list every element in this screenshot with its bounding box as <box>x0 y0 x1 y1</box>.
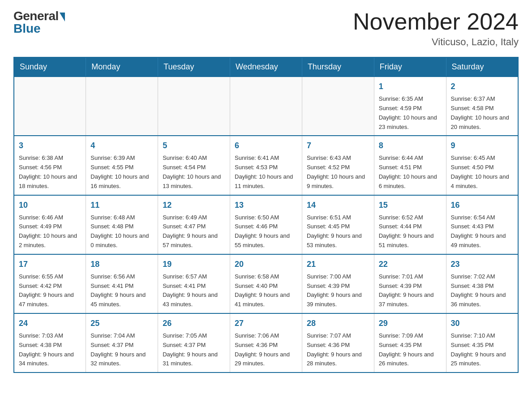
calendar-header-cell: Monday <box>86 57 158 77</box>
day-info: Sunrise: 6:49 AM Sunset: 4:47 PM Dayligh… <box>163 213 225 250</box>
calendar-day-cell: 24Sunrise: 7:03 AM Sunset: 4:38 PM Dayli… <box>14 313 86 372</box>
day-info: Sunrise: 6:56 AM Sunset: 4:41 PM Dayligh… <box>90 272 153 309</box>
day-number: 7 <box>307 140 369 152</box>
day-number: 29 <box>379 317 442 330</box>
day-number: 4 <box>90 140 153 152</box>
day-number: 28 <box>307 317 369 330</box>
day-number: 3 <box>19 140 81 152</box>
day-info: Sunrise: 7:01 AM Sunset: 4:39 PM Dayligh… <box>379 272 442 309</box>
day-info: Sunrise: 7:07 AM Sunset: 4:36 PM Dayligh… <box>307 331 369 368</box>
calendar-day-cell: 12Sunrise: 6:49 AM Sunset: 4:47 PM Dayli… <box>158 195 230 254</box>
day-info: Sunrise: 6:58 AM Sunset: 4:40 PM Dayligh… <box>235 272 297 309</box>
day-info: Sunrise: 6:40 AM Sunset: 4:54 PM Dayligh… <box>163 154 225 191</box>
day-info: Sunrise: 7:00 AM Sunset: 4:39 PM Dayligh… <box>307 272 369 309</box>
day-number: 13 <box>235 199 297 211</box>
location-text: Viticuso, Lazio, Italy <box>353 36 519 48</box>
day-info: Sunrise: 6:52 AM Sunset: 4:44 PM Dayligh… <box>379 213 442 250</box>
calendar-header-cell: Friday <box>374 57 446 77</box>
calendar-header: SundayMondayTuesdayWednesdayThursdayFrid… <box>14 57 518 77</box>
day-info: Sunrise: 7:04 AM Sunset: 4:37 PM Dayligh… <box>90 331 153 368</box>
calendar-header-row: SundayMondayTuesdayWednesdayThursdayFrid… <box>14 57 518 77</box>
day-number: 6 <box>235 140 297 152</box>
day-info: Sunrise: 6:43 AM Sunset: 4:52 PM Dayligh… <box>307 154 369 191</box>
title-block: November 2024 Viticuso, Lazio, Italy <box>353 9 519 48</box>
day-info: Sunrise: 7:09 AM Sunset: 4:35 PM Dayligh… <box>379 331 442 368</box>
day-number: 17 <box>19 258 81 270</box>
day-number: 11 <box>90 199 153 211</box>
calendar-day-cell <box>302 77 374 136</box>
day-info: Sunrise: 6:37 AM Sunset: 4:58 PM Dayligh… <box>451 94 513 132</box>
day-info: Sunrise: 7:06 AM Sunset: 4:36 PM Dayligh… <box>235 331 297 368</box>
calendar-day-cell: 7Sunrise: 6:43 AM Sunset: 4:52 PM Daylig… <box>302 136 374 195</box>
calendar-header-cell: Wednesday <box>230 57 302 77</box>
calendar-day-cell: 21Sunrise: 7:00 AM Sunset: 4:39 PM Dayli… <box>302 254 374 313</box>
day-info: Sunrise: 7:10 AM Sunset: 4:35 PM Dayligh… <box>451 331 513 368</box>
day-number: 20 <box>235 258 297 270</box>
calendar-day-cell: 30Sunrise: 7:10 AM Sunset: 4:35 PM Dayli… <box>446 313 518 372</box>
calendar-header-cell: Saturday <box>446 57 518 77</box>
day-info: Sunrise: 6:45 AM Sunset: 4:50 PM Dayligh… <box>451 154 513 191</box>
day-number: 1 <box>379 81 442 93</box>
day-number: 30 <box>451 317 513 330</box>
day-number: 26 <box>163 317 225 330</box>
calendar-day-cell <box>14 77 86 136</box>
calendar-day-cell: 15Sunrise: 6:52 AM Sunset: 4:44 PM Dayli… <box>374 195 446 254</box>
day-number: 19 <box>163 258 225 270</box>
month-title: November 2024 <box>353 9 519 34</box>
day-number: 15 <box>379 199 442 211</box>
calendar-day-cell: 16Sunrise: 6:54 AM Sunset: 4:43 PM Dayli… <box>446 195 518 254</box>
calendar-day-cell <box>86 77 158 136</box>
day-info: Sunrise: 6:38 AM Sunset: 4:56 PM Dayligh… <box>19 154 81 191</box>
day-info: Sunrise: 6:35 AM Sunset: 4:59 PM Dayligh… <box>379 94 442 132</box>
calendar-header-cell: Thursday <box>302 57 374 77</box>
day-number: 9 <box>451 140 513 152</box>
calendar-day-cell: 18Sunrise: 6:56 AM Sunset: 4:41 PM Dayli… <box>86 254 158 313</box>
calendar-day-cell: 1Sunrise: 6:35 AM Sunset: 4:59 PM Daylig… <box>374 77 446 136</box>
calendar-week-row: 17Sunrise: 6:55 AM Sunset: 4:42 PM Dayli… <box>14 254 518 313</box>
calendar-day-cell: 17Sunrise: 6:55 AM Sunset: 4:42 PM Dayli… <box>14 254 86 313</box>
day-number: 18 <box>90 258 153 270</box>
logo-blue-text: Blue <box>13 21 41 36</box>
day-number: 25 <box>90 317 153 330</box>
calendar-week-row: 3Sunrise: 6:38 AM Sunset: 4:56 PM Daylig… <box>14 136 518 195</box>
day-number: 14 <box>307 199 369 211</box>
calendar-day-cell: 10Sunrise: 6:46 AM Sunset: 4:49 PM Dayli… <box>14 195 86 254</box>
calendar-day-cell: 20Sunrise: 6:58 AM Sunset: 4:40 PM Dayli… <box>230 254 302 313</box>
calendar-day-cell: 29Sunrise: 7:09 AM Sunset: 4:35 PM Dayli… <box>374 313 446 372</box>
calendar-day-cell: 2Sunrise: 6:37 AM Sunset: 4:58 PM Daylig… <box>446 77 518 136</box>
logo: General Blue <box>13 9 65 36</box>
calendar-day-cell: 23Sunrise: 7:02 AM Sunset: 4:38 PM Dayli… <box>446 254 518 313</box>
calendar-header-cell: Sunday <box>14 57 86 77</box>
day-number: 22 <box>379 258 442 270</box>
day-number: 27 <box>235 317 297 330</box>
calendar-week-row: 10Sunrise: 6:46 AM Sunset: 4:49 PM Dayli… <box>14 195 518 254</box>
calendar-day-cell: 4Sunrise: 6:39 AM Sunset: 4:55 PM Daylig… <box>86 136 158 195</box>
calendar-day-cell: 25Sunrise: 7:04 AM Sunset: 4:37 PM Dayli… <box>86 313 158 372</box>
day-info: Sunrise: 6:39 AM Sunset: 4:55 PM Dayligh… <box>90 154 153 191</box>
calendar-week-row: 1Sunrise: 6:35 AM Sunset: 4:59 PM Daylig… <box>14 77 518 136</box>
calendar-week-row: 24Sunrise: 7:03 AM Sunset: 4:38 PM Dayli… <box>14 313 518 372</box>
day-info: Sunrise: 6:51 AM Sunset: 4:45 PM Dayligh… <box>307 213 369 250</box>
day-info: Sunrise: 6:48 AM Sunset: 4:48 PM Dayligh… <box>90 213 153 250</box>
day-info: Sunrise: 7:03 AM Sunset: 4:38 PM Dayligh… <box>19 331 81 368</box>
calendar-table: SundayMondayTuesdayWednesdayThursdayFrid… <box>13 57 519 373</box>
calendar-header-cell: Tuesday <box>158 57 230 77</box>
calendar-day-cell: 11Sunrise: 6:48 AM Sunset: 4:48 PM Dayli… <box>86 195 158 254</box>
day-number: 10 <box>19 199 81 211</box>
day-info: Sunrise: 6:50 AM Sunset: 4:46 PM Dayligh… <box>235 213 297 250</box>
day-info: Sunrise: 6:54 AM Sunset: 4:43 PM Dayligh… <box>451 213 513 250</box>
calendar-day-cell: 28Sunrise: 7:07 AM Sunset: 4:36 PM Dayli… <box>302 313 374 372</box>
day-info: Sunrise: 6:44 AM Sunset: 4:51 PM Dayligh… <box>379 154 442 191</box>
day-number: 8 <box>379 140 442 152</box>
calendar-day-cell: 3Sunrise: 6:38 AM Sunset: 4:56 PM Daylig… <box>14 136 86 195</box>
calendar-day-cell: 13Sunrise: 6:50 AM Sunset: 4:46 PM Dayli… <box>230 195 302 254</box>
day-info: Sunrise: 7:05 AM Sunset: 4:37 PM Dayligh… <box>163 331 225 368</box>
day-number: 24 <box>19 317 81 330</box>
calendar-day-cell: 9Sunrise: 6:45 AM Sunset: 4:50 PM Daylig… <box>446 136 518 195</box>
logo-arrow-icon <box>60 13 65 21</box>
calendar-day-cell: 14Sunrise: 6:51 AM Sunset: 4:45 PM Dayli… <box>302 195 374 254</box>
calendar-day-cell: 27Sunrise: 7:06 AM Sunset: 4:36 PM Dayli… <box>230 313 302 372</box>
calendar-day-cell: 26Sunrise: 7:05 AM Sunset: 4:37 PM Dayli… <box>158 313 230 372</box>
day-number: 23 <box>451 258 513 270</box>
page-header: General Blue November 2024 Viticuso, Laz… <box>13 9 519 48</box>
